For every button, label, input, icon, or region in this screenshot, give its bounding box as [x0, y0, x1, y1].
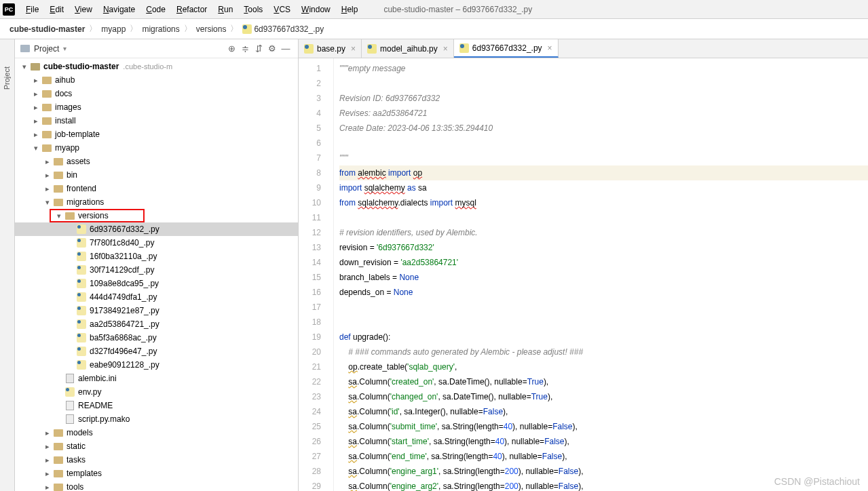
menu-view[interactable]: View [69, 5, 98, 14]
tree-917384921e87--py[interactable]: 917384921e87_.py [15, 304, 298, 317]
code-line-24[interactable]: sa.Column('id', sa.Integer(), nullable=F… [339, 404, 868, 419]
code-editor[interactable]: 1234567891011121314151617181920212223242… [299, 58, 868, 491]
code-line-3[interactable]: Revision ID: 6d937667d332 [339, 91, 868, 106]
code-line-18[interactable] [339, 315, 868, 330]
expander-icon[interactable]: ▸ [42, 155, 53, 168]
code-line-12[interactable]: # revision identifiers, used by Alembic. [339, 225, 868, 240]
code-line-17[interactable] [339, 300, 868, 315]
project-tool-label[interactable]: Project [3, 66, 11, 90]
tree-images[interactable]: ▸images [15, 100, 298, 114]
code-line-26[interactable]: sa.Column('start_time', sa.String(length… [339, 434, 868, 449]
tree-30f714129cdf--py[interactable]: 30f714129cdf_.py [15, 263, 298, 277]
expander-icon[interactable]: ▸ [42, 467, 53, 480]
close-icon[interactable]: × [351, 44, 356, 54]
menu-run[interactable]: Run [212, 5, 238, 14]
menu-help[interactable]: Help [336, 5, 364, 14]
panel-title[interactable]: Project [34, 44, 59, 54]
code-line-29[interactable]: sa.Column('engine_arg2', sa.String(lengt… [339, 479, 868, 491]
menu-navigate[interactable]: Navigate [98, 5, 140, 14]
expander-icon[interactable]: ▸ [42, 426, 53, 439]
expander-icon[interactable]: ▸ [42, 439, 53, 453]
code-line-1[interactable]: """empty message [339, 61, 868, 76]
tree-frontend[interactable]: ▸frontend [15, 182, 298, 195]
tree-install[interactable]: ▸install [15, 114, 298, 127]
code-line-10[interactable]: from sqlalchemy.dialects import mysql [339, 195, 868, 210]
code-line-13[interactable]: revision = '6d937667d332' [339, 240, 868, 255]
menu-window[interactable]: Window [296, 5, 336, 14]
expander-icon[interactable]: ▸ [31, 87, 41, 100]
tree-cube-studio-master[interactable]: ▾cube-studio-master.cube-studio-m [15, 60, 298, 73]
expander-icon[interactable]: ▾ [19, 60, 30, 73]
code-line-2[interactable] [339, 76, 868, 91]
crumb-2[interactable]: migrations [139, 24, 182, 34]
tree-versions[interactable]: ▾versions [15, 209, 298, 222]
tree-templates[interactable]: ▸templates [15, 467, 298, 480]
expander-icon[interactable]: ▸ [31, 127, 41, 141]
tree-ba5f3a6868ac--py[interactable]: ba5f3a6868ac_.py [15, 331, 298, 345]
tree-7f780f1c8d40--py[interactable]: 7f780f1c8d40_.py [15, 236, 298, 250]
tree-16f0ba32110a--py[interactable]: 16f0ba32110a_.py [15, 250, 298, 263]
code-line-14[interactable]: down_revision = 'aa2d53864721' [339, 255, 868, 270]
tree-docs[interactable]: ▸docs [15, 87, 298, 100]
crumb-3[interactable]: versions [193, 24, 229, 34]
collapse-icon[interactable]: ⇵ [252, 43, 265, 54]
code-line-8[interactable]: from alembic import op [339, 165, 868, 180]
tree-444d4749dfa1--py[interactable]: 444d4749dfa1_.py [15, 290, 298, 304]
close-icon[interactable]: × [443, 44, 448, 54]
tree-tasks[interactable]: ▸tasks [15, 453, 298, 467]
code-line-16[interactable]: depends_on = None [339, 285, 868, 300]
menu-code[interactable]: Code [140, 5, 171, 14]
crumb-4[interactable]: 6d937667d332_.py [240, 24, 326, 34]
tree-alembic-ini[interactable]: alembic.ini [15, 372, 298, 385]
tree-script-py-mako[interactable]: script.py.mako [15, 412, 298, 426]
expander-icon[interactable]: ▾ [42, 195, 53, 209]
code-body[interactable]: """empty messageRevision ID: 6d937667d33… [334, 58, 868, 491]
code-line-25[interactable]: sa.Column('submit_time', sa.String(lengt… [339, 419, 868, 434]
code-line-6[interactable] [339, 136, 868, 151]
tree-models[interactable]: ▸models [15, 426, 298, 439]
tree-6d937667d332--py[interactable]: 6d937667d332_.py [15, 222, 298, 236]
code-line-9[interactable]: import sqlalchemy as sa [339, 180, 868, 195]
tree-env-py[interactable]: env.py [15, 385, 298, 399]
code-line-11[interactable] [339, 210, 868, 225]
tree-migrations[interactable]: ▾migrations [15, 195, 298, 209]
tree-myapp[interactable]: ▾myapp [15, 141, 298, 155]
tab-base.py[interactable]: base.py× [299, 39, 362, 58]
tree-eabe90912128--py[interactable]: eabe90912128_.py [15, 358, 298, 372]
tab-6d937667d332_.py[interactable]: 6d937667d332_.py× [454, 39, 559, 58]
code-line-15[interactable]: branch_labels = None [339, 270, 868, 285]
tree-d327fd496e47--py[interactable]: d327fd496e47_.py [15, 345, 298, 358]
code-line-7[interactable]: """ [339, 151, 868, 165]
hide-icon[interactable]: — [279, 43, 293, 54]
expander-icon[interactable]: ▸ [42, 182, 53, 195]
crumb-1[interactable]: myapp [98, 24, 128, 34]
expander-icon[interactable]: ▸ [42, 480, 53, 491]
locate-icon[interactable]: ⊕ [225, 43, 238, 54]
code-line-5[interactable]: Create Date: 2023-04-06 13:35:35.294410 [339, 121, 868, 136]
menu-vcs[interactable]: VCS [268, 5, 296, 14]
tree-aa2d53864721--py[interactable]: aa2d53864721_.py [15, 317, 298, 331]
tree-109a8e8dca95--py[interactable]: 109a8e8dca95_.py [15, 277, 298, 290]
expander-icon[interactable]: ▸ [31, 73, 41, 87]
code-line-27[interactable]: sa.Column('end_time', sa.String(length=4… [339, 449, 868, 464]
close-icon[interactable]: × [548, 43, 552, 53]
code-line-4[interactable]: Revises: aa2d53864721 [339, 106, 868, 121]
crumb-0[interactable]: cube-studio-master [7, 24, 88, 34]
code-line-21[interactable]: op.create_table('sqlab_query', [339, 359, 868, 374]
dropdown-icon[interactable]: ▾ [63, 45, 67, 52]
expander-icon[interactable]: ▸ [42, 168, 53, 182]
expander-icon[interactable]: ▸ [31, 114, 41, 127]
code-line-20[interactable]: # ### commands auto generated by Alembic… [339, 345, 868, 359]
code-line-19[interactable]: def upgrade(): [339, 330, 868, 345]
tab-model_aihub.py[interactable]: model_aihub.py× [362, 39, 454, 58]
tree-job-template[interactable]: ▸job-template [15, 127, 298, 141]
tree-readme[interactable]: README [15, 399, 298, 412]
expander-icon[interactable]: ▾ [31, 141, 41, 155]
sidebar-gutter[interactable]: Project [0, 39, 15, 491]
tree-aihub[interactable]: ▸aihub [15, 73, 298, 87]
menu-refactor[interactable]: Refactor [171, 5, 212, 14]
settings-icon[interactable]: ⚙ [265, 43, 279, 54]
tree-bin[interactable]: ▸bin [15, 168, 298, 182]
tree-assets[interactable]: ▸assets [15, 155, 298, 168]
expander-icon[interactable]: ▸ [42, 453, 53, 467]
